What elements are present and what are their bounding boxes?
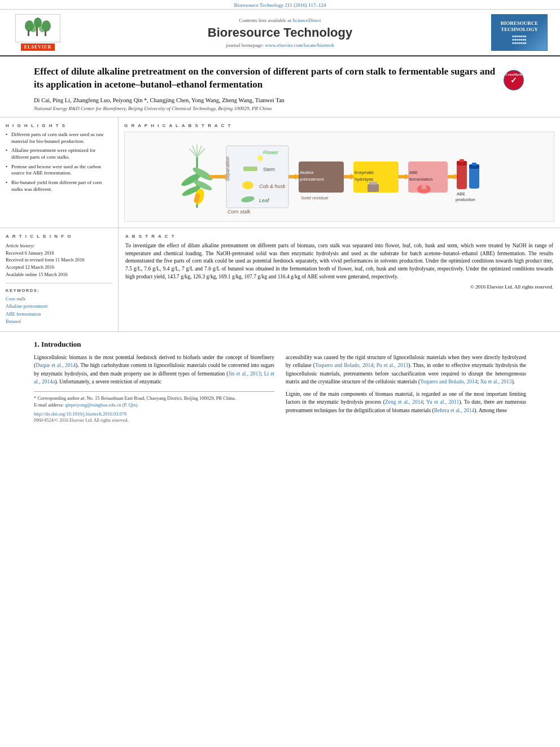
svg-text:Solid residual: Solid residual [301,195,328,200]
svg-line-23 [189,148,197,157]
ref-jin[interactable]: Jin et al., 2013 [229,371,261,377]
svg-text:Separation: Separation [225,156,230,181]
svg-rect-44 [368,184,379,192]
history-label: Article history: [6,242,112,250]
svg-text:Akaline: Akaline [300,170,314,175]
elsevier-tree-icon [15,14,60,42]
received-date: Received 6 January 2016 [6,250,112,257]
svg-rect-24 [209,175,226,178]
article-info-abstract-section: A R T I C L E I N F O Article history: R… [0,228,560,332]
corn-plant-icon [180,145,215,208]
ref-toquero[interactable]: Toquero and Bolado, 2014 [315,362,373,368]
article-authors: Di Cai, Ping Li, Zhangfeng Luo, Peiyong … [34,97,498,103]
ref-behera[interactable]: Behera et al., 2014 [434,408,475,413]
svg-rect-4 [28,30,29,36]
keyword-3[interactable]: ABE fermentation [6,311,112,318]
abstract-heading: A B S T R A C T [125,234,553,239]
article-title: Effect of dilute alkaline pretreatment o… [34,65,498,91]
svg-point-26 [257,155,263,161]
intro-para-2: accessibility was caused by the rigid st… [286,353,526,386]
article-info-heading: A R T I C L E I N F O [6,234,112,239]
footnote-corresponding: * Corresponding author at: No. 15 Beisan… [34,395,274,402]
ref-pu[interactable]: Pu et al., 2013 [377,362,409,368]
keywords-list: Corn stalk Alkaline pretreatment ABE fer… [6,295,112,326]
bioresource-logo-subtitle: ■■■■■■■■■■■■■■■■■■■■■ [512,34,526,45]
separation-box [226,146,288,208]
intro-left-column: Lignocellulosic biomass is the most pote… [34,353,274,423]
journal-title: Bioresource Technology [69,25,491,40]
graphical-abstract-column: G R A P H I C A L A B S T R A C T [119,117,560,228]
svg-rect-45 [369,182,377,185]
crossmark-icon: ✓ CrossMark [504,70,524,90]
article-title-area: Effect of dilute alkaline pretreatment o… [34,65,498,111]
highlight-item-2: Alkaline pretreatment were optimized for… [6,147,112,160]
svg-text:✓: ✓ [510,76,517,85]
abstract-body: To investigate the effect of dilute alka… [125,243,553,279]
crossmark-badge: ✓ CrossMark [504,70,526,93]
bioresource-logo-title: BIORESOURCETECHNOLOGY [501,20,539,33]
ref-zeng[interactable]: Zeng et al., 2014 [385,399,423,405]
copyright-text: © 2016 Elsevier Ltd. All rights reserved… [125,283,553,291]
intro-right-column: accessibility was caused by the rigid st… [286,353,526,423]
sciencedirect-link[interactable]: ScienceDirect [292,18,321,23]
available-date: Available online 15 March 2016 [6,271,112,278]
svg-text:hydrolysis: hydrolysis [355,177,374,182]
ref-xu[interactable]: Xu et al., 2013 [480,379,511,385]
footnote-section: * Corresponding author at: No. 15 Beisan… [34,391,274,423]
highlight-item-3: Pentose and hexose were used as the carb… [6,164,112,177]
abstract-text: To investigate the effect of dilute alka… [125,242,553,291]
keyword-2[interactable]: Alkaline pretreatment [6,303,112,311]
svg-text:Cob & husk: Cob & husk [259,184,286,189]
svg-text:Enzymatic: Enzymatic [355,170,374,175]
svg-text:ABE: ABE [457,191,465,196]
svg-rect-57 [472,163,476,165]
ref-toquero2[interactable]: Toquero and Bolado, 2014 [420,379,477,385]
keyword-1[interactable]: Corn stalk [6,295,112,303]
footnote-email-link[interactable]: qinpeiyong@tsinghua.edu.cn (P. Qin). [65,402,138,408]
authors-text: Di Cai, Ping Li, Zhangfeng Luo, Peiyong … [34,97,285,103]
doi-link[interactable]: http://dx.doi.org/10.1016/j.biortech.201… [34,411,274,417]
svg-rect-51 [422,184,426,189]
svg-line-21 [197,146,202,157]
article-title-section: Effect of dilute alkaline pretreatment o… [0,56,560,117]
intro-para-3: Lignin, one of the main components of bi… [286,390,526,414]
ref-yu[interactable]: Yu et al., 2011 [426,399,459,405]
svg-text:Corn stalk: Corn stalk [228,209,251,215]
svg-rect-28 [243,167,257,171]
article-info-column: A R T I C L E I N F O Article history: R… [0,228,119,331]
abstract-column: A B S T R A C T To investigate the effec… [119,228,560,331]
footnote-email: E-mail address: qinpeiyong@tsinghua.edu.… [34,402,274,409]
top-bar: Bioresource Technology 211 (2016) 117–12… [0,0,560,10]
divider [6,283,112,283]
svg-text:pretreatment: pretreatment [300,177,324,182]
graphical-abstract-svg: Flower Stem Cob & husk Leaf Separation C… [176,134,503,219]
highlight-item-1: Different parts of corn stalk were used … [6,132,112,145]
graphical-abstract-heading: G R A P H I C A L A B S T R A C T [124,123,554,128]
article-history: Article history: Received 6 January 2016… [6,242,112,278]
revised-date: Received in revised form 11 March 2016 [6,256,112,264]
svg-text:fermentation: fermentation [409,177,433,182]
svg-text:Leaf: Leaf [259,198,270,203]
svg-text:CrossMark: CrossMark [505,73,522,76]
keyword-4[interactable]: Butanol [6,318,112,326]
svg-point-7 [30,24,37,32]
article-affiliation: National Energy R&D Center for Biorefine… [34,106,498,111]
elsevier-brand-label: ELSEVIER [21,43,55,51]
svg-rect-55 [460,159,464,162]
ref-duque[interactable]: Duque et al., 2014 [36,362,76,368]
svg-text:production: production [456,197,475,202]
svg-line-22 [197,148,205,157]
svg-text:Flower: Flower [263,150,279,155]
elsevier-logo-section: ELSEVIER [7,14,69,51]
svg-text:ABE: ABE [409,170,418,175]
svg-point-8 [39,24,46,32]
homepage-url[interactable]: www.elsevier.com/locate/biortech [265,42,334,48]
keywords-label: Keywords: [6,288,112,293]
svg-line-19 [193,146,197,157]
highlights-graphical-section: H I G H L I G H T S Different parts of c… [0,117,560,228]
highlights-list: Different parts of corn stalk were used … [6,132,112,193]
svg-text:Stem: Stem [263,167,275,172]
graphical-abstract-diagram: Flower Stem Cob & husk Leaf Separation C… [124,132,554,222]
journal-header: ELSEVIER Contents lists available at Sci… [0,10,560,56]
svg-rect-6 [45,30,46,36]
